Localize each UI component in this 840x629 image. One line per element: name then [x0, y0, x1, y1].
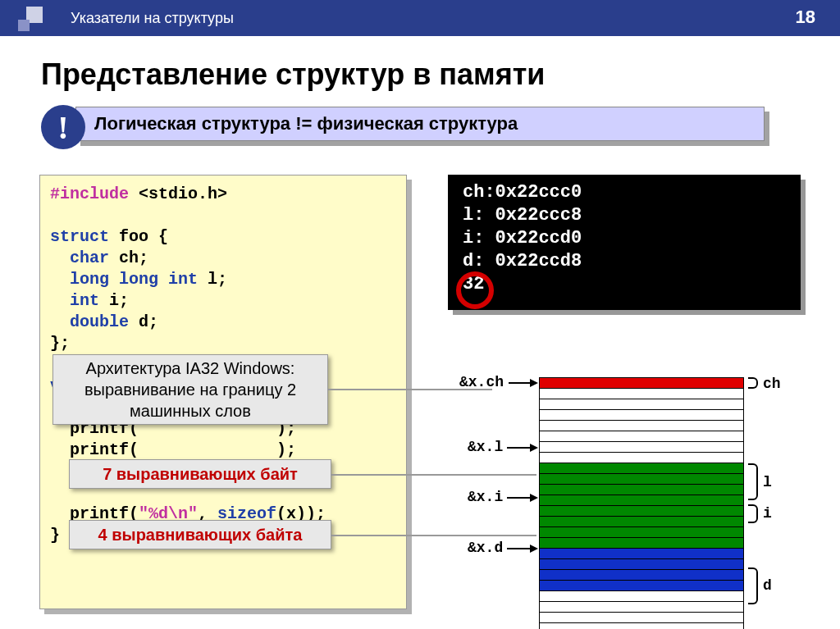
term-line: i: 0x22ccd0: [463, 227, 786, 250]
mem-byte-l: [540, 506, 743, 517]
page-number: 18: [796, 7, 815, 28]
field-label: d: [763, 577, 772, 594]
mem-addr-label: &x.d: [468, 540, 503, 556]
mem-byte-pad: [540, 623, 743, 629]
connector-line: [331, 474, 536, 476]
mem-byte-pad: [540, 421, 743, 431]
brace-icon: [748, 377, 758, 389]
mem-addr-label: &x.ch: [459, 374, 504, 390]
subtitle-bar: Логическая структура != физическая струк…: [75, 107, 765, 141]
mem-byte-pad: [540, 410, 743, 421]
callout-padding-7: 7 выравнивающих байт: [69, 459, 331, 489]
mem-byte-pad: [540, 431, 743, 442]
callout-padding-4: 4 выравнивающих байта: [69, 520, 331, 549]
attention-icon: !: [41, 105, 85, 149]
terminal: ch:0x22ccc0 l: 0x22ccc8 i: 0x22ccd0 d: 0…: [448, 175, 801, 310]
mem-byte-i: [540, 549, 743, 559]
subtitle-text: Логическая структура != физическая струк…: [75, 107, 765, 141]
mem-addr-label: &x.i: [468, 489, 503, 505]
mem-byte-l: [540, 527, 743, 538]
mem-byte-i: [540, 581, 743, 591]
field-label: i: [763, 505, 772, 522]
highlight-circle-icon: [456, 271, 494, 309]
arrow-icon: [507, 497, 536, 499]
breadcrumb: Указатели на структуры: [71, 10, 234, 27]
field-label: ch: [763, 376, 781, 392]
slide-header: Указатели на структуры 18: [0, 0, 840, 36]
mem-byte-pad: [540, 453, 743, 463]
mem-byte-ch: [540, 378, 743, 389]
mem-byte-pad: [540, 399, 743, 410]
header-decor-icon: [18, 7, 46, 34]
term-line: d: 0x22ccd8: [463, 250, 786, 273]
brace-icon: [748, 463, 758, 500]
mem-byte-pad: [540, 442, 743, 453]
mem-byte-l: [540, 538, 743, 549]
terminal-output: ch:0x22ccc0 l: 0x22ccc8 i: 0x22ccd0 d: 0…: [448, 175, 801, 310]
mem-byte-pad: [540, 389, 743, 399]
mem-byte-l: [540, 517, 743, 527]
term-line: 32: [463, 273, 786, 296]
mem-byte-l: [540, 463, 743, 474]
mem-byte-i: [540, 559, 743, 570]
arrow-icon: [509, 382, 536, 384]
mem-byte-pad: [540, 591, 743, 602]
mem-byte-pad: [540, 602, 743, 613]
brace-icon: [748, 504, 758, 523]
page-title: Представление структур в памяти: [41, 57, 545, 92]
arrow-icon: [507, 447, 536, 449]
callout-architecture: Архитектура IA32 Windows: выравнивание н…: [52, 354, 328, 425]
memory-layout-diagram: [539, 377, 744, 629]
mem-byte-pad: [540, 613, 743, 623]
connector-line: [331, 535, 536, 536]
term-line: l: 0x22ccc8: [463, 204, 786, 227]
mem-byte-l: [540, 495, 743, 506]
brace-icon: [748, 567, 758, 604]
field-label: l: [763, 474, 772, 490]
mem-byte-l: [540, 474, 743, 485]
term-line: ch:0x22ccc0: [463, 181, 786, 204]
arrow-icon: [507, 548, 536, 549]
mem-byte-i: [540, 570, 743, 581]
mem-addr-label: &x.l: [468, 439, 503, 455]
mem-byte-l: [540, 485, 743, 495]
